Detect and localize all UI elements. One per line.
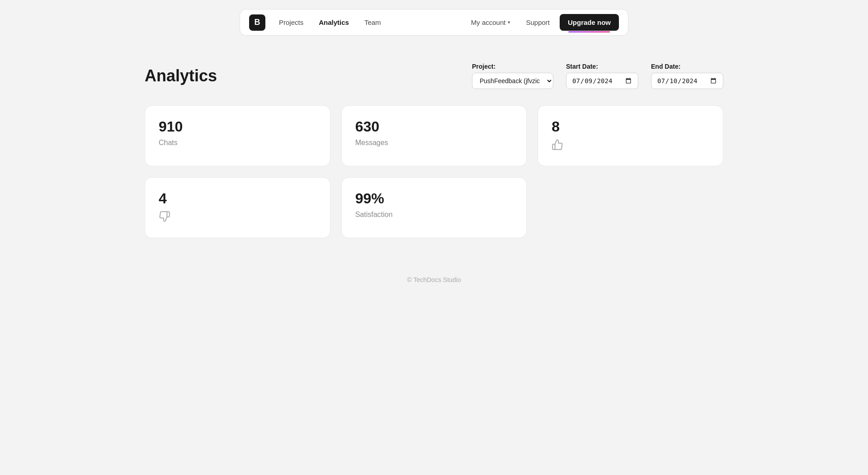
footer-text: © TechDocs Studio	[407, 276, 461, 283]
card-chats-label: Chats	[159, 139, 316, 147]
nav-my-account[interactable]: My account ▾	[466, 15, 516, 30]
navbar: B Projects Analytics Team My account ▾ S…	[240, 9, 628, 36]
nav-left: B Projects Analytics Team	[249, 14, 387, 31]
chevron-down-icon: ▾	[508, 19, 510, 25]
nav-link-projects[interactable]: Projects	[273, 15, 310, 30]
nav-right: My account ▾ Support Upgrade now	[466, 14, 619, 31]
card-chats-value: 910	[159, 118, 316, 135]
start-date-input[interactable]	[566, 73, 638, 89]
nav-support[interactable]: Support	[520, 15, 555, 30]
my-account-label: My account	[471, 19, 506, 26]
nav-link-analytics[interactable]: Analytics	[312, 15, 355, 30]
thumbs-down-icon	[159, 211, 316, 225]
card-satisfaction: 99% Satisfaction	[341, 177, 527, 238]
project-select[interactable]: PushFeedback (jfvzic	[472, 73, 553, 89]
end-date-filter-group: End Date:	[651, 63, 723, 89]
project-filter-group: Project: PushFeedback (jfvzic	[472, 63, 553, 89]
nav-logo[interactable]: B	[249, 14, 265, 31]
start-date-filter-group: Start Date:	[566, 63, 638, 89]
cards-row-2: 4 99% Satisfaction	[145, 177, 723, 238]
main-content: Analytics Project: PushFeedback (jfvzic …	[118, 63, 750, 238]
card-thumbs-down: 4	[145, 177, 330, 238]
card-messages-value: 630	[355, 118, 513, 135]
analytics-header: Analytics Project: PushFeedback (jfvzic …	[145, 63, 723, 89]
nav-wrapper: B Projects Analytics Team My account ▾ S…	[0, 0, 868, 36]
start-date-label: Start Date:	[566, 63, 638, 70]
card-chats: 910 Chats	[145, 105, 330, 166]
card-messages-label: Messages	[355, 139, 513, 147]
cards-row-1: 910 Chats 630 Messages 8	[145, 105, 723, 166]
end-date-label: End Date:	[651, 63, 723, 70]
upgrade-now-button[interactable]: Upgrade now	[560, 14, 619, 31]
nav-link-team[interactable]: Team	[358, 15, 387, 30]
footer: © TechDocs Studio	[0, 249, 868, 297]
project-filter-label: Project:	[472, 63, 553, 70]
card-messages: 630 Messages	[341, 105, 527, 166]
card-thumbs-down-value: 4	[159, 190, 316, 207]
card-thumbs-up: 8	[538, 105, 723, 166]
thumbs-up-icon	[552, 139, 709, 153]
filters: Project: PushFeedback (jfvzic Start Date…	[472, 63, 723, 89]
end-date-input[interactable]	[651, 73, 723, 89]
card-thumbs-up-value: 8	[552, 118, 709, 135]
card-satisfaction-label: Satisfaction	[355, 211, 513, 219]
page-title: Analytics	[145, 66, 217, 85]
card-satisfaction-value: 99%	[355, 190, 513, 207]
